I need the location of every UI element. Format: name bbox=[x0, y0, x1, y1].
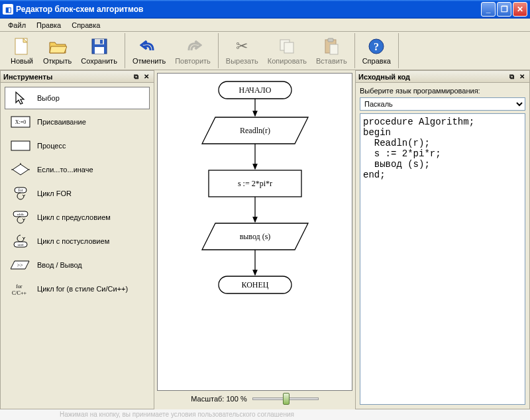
svg-text:C/C++: C/C++ bbox=[12, 290, 26, 296]
svg-rect-8 bbox=[328, 38, 333, 42]
open-button[interactable]: Открыть bbox=[38, 34, 76, 68]
canvas-panel: НАЧАЛО Readln(r) s := 2*pi*r вывод (s) К… bbox=[154, 70, 355, 409]
svg-text:X:=0: X:=0 bbox=[15, 119, 26, 125]
source-body: Выберите язык программирования: Паскаль … bbox=[356, 83, 529, 409]
for-loop-icon: for bbox=[11, 187, 30, 200]
cursor-icon bbox=[11, 91, 30, 105]
svg-text:for: for bbox=[19, 188, 23, 192]
source-panel-header: Исходный код ⧉ ✕ bbox=[356, 71, 529, 83]
undo-icon bbox=[140, 37, 158, 56]
help-icon: ? bbox=[367, 37, 386, 56]
svg-text:>>: >> bbox=[17, 262, 23, 268]
copy-button[interactable]: Копировать bbox=[263, 34, 311, 68]
tools-panel: Инструменты ⧉ ✕ Выбор X:=0 Присваивание … bbox=[0, 70, 154, 409]
minimize-button[interactable]: _ bbox=[481, 2, 496, 17]
close-button[interactable]: ✕ bbox=[513, 2, 527, 17]
c-for-icon: forC/C++ bbox=[11, 282, 30, 295]
svg-rect-4 bbox=[100, 40, 103, 44]
io-icon: >> bbox=[11, 258, 30, 272]
flowchart-canvas[interactable]: НАЧАЛО Readln(r) s := 2*pi*r вывод (s) К… bbox=[157, 73, 352, 391]
panel-float-icon[interactable]: ⧉ bbox=[131, 72, 140, 81]
tool-process[interactable]: Процесс bbox=[5, 134, 150, 157]
svg-text:НАЧАЛО: НАЧАЛО bbox=[238, 85, 271, 95]
svg-text:КОНЕЦ: КОНЕЦ bbox=[241, 280, 268, 289]
until-loop-icon: until bbox=[11, 235, 30, 248]
tools-panel-header: Инструменты ⧉ ✕ bbox=[1, 71, 154, 83]
cut-button[interactable]: ✂ Вырезать bbox=[221, 34, 263, 68]
tool-io[interactable]: >> Ввод / Вывод bbox=[5, 254, 150, 276]
tool-if-else[interactable]: Если...то...иначе bbox=[5, 158, 150, 181]
svg-text:until: until bbox=[17, 243, 24, 246]
zoom-bar: Масштаб: 100 % bbox=[157, 391, 352, 407]
svg-text:?: ? bbox=[374, 41, 379, 52]
assignment-icon: X:=0 bbox=[11, 115, 30, 129]
tool-c-for-loop[interactable]: forC/C++ Цикл for (в стиле Си/Си++) bbox=[5, 278, 150, 300]
svg-text:while: while bbox=[17, 213, 25, 216]
while-loop-icon: while bbox=[11, 211, 30, 224]
zoom-slider[interactable] bbox=[252, 397, 319, 400]
panel-float-icon[interactable]: ⧉ bbox=[507, 72, 516, 81]
source-panel: Исходный код ⧉ ✕ Выберите язык программи… bbox=[355, 70, 530, 409]
new-button[interactable]: Новый bbox=[5, 34, 38, 68]
tool-while-loop[interactable]: while Цикл с предусловием bbox=[5, 206, 150, 229]
paste-button[interactable]: Вставить bbox=[311, 34, 352, 68]
window-buttons: _ ❐ ✕ bbox=[481, 2, 527, 17]
menubar: Файл Правка Справка bbox=[0, 19, 530, 32]
process-icon bbox=[11, 139, 30, 152]
svg-text:Readln(r): Readln(r) bbox=[240, 126, 270, 135]
svg-rect-6 bbox=[284, 42, 293, 53]
copy-icon bbox=[278, 37, 296, 56]
svg-rect-14 bbox=[11, 141, 30, 150]
tools-list: Выбор X:=0 Присваивание Процесс Если...т… bbox=[1, 83, 154, 409]
tool-for-loop[interactable]: for Цикл FOR bbox=[5, 182, 150, 205]
open-folder-icon bbox=[48, 37, 67, 56]
panel-close-icon[interactable]: ✕ bbox=[517, 72, 527, 81]
undo-button[interactable]: Отменить bbox=[128, 34, 170, 68]
window-title: Редактор блок-схем алгоритмов bbox=[16, 5, 481, 14]
decision-icon bbox=[11, 163, 30, 176]
redo-button[interactable]: Повторить bbox=[170, 34, 215, 68]
zoom-label: Масштаб: 100 % bbox=[191, 395, 246, 403]
language-select[interactable]: Паскаль bbox=[360, 97, 525, 111]
redo-icon bbox=[184, 37, 202, 56]
svg-text:for: for bbox=[16, 284, 23, 289]
paste-icon bbox=[322, 37, 341, 56]
zoom-slider-thumb[interactable] bbox=[283, 393, 290, 405]
titlebar: ◧ Редактор блок-схем алгоритмов _ ❐ ✕ bbox=[0, 0, 530, 19]
menu-edit[interactable]: Правка bbox=[31, 20, 66, 30]
new-file-icon bbox=[13, 37, 31, 56]
svg-text:s := 2*pi*r: s := 2*pi*r bbox=[237, 179, 272, 188]
save-button[interactable]: Сохранить bbox=[76, 34, 122, 68]
save-floppy-icon bbox=[90, 37, 109, 56]
svg-text:вывод (s): вывод (s) bbox=[239, 232, 270, 241]
tools-panel-title: Инструменты bbox=[3, 73, 130, 81]
tool-select[interactable]: Выбор bbox=[5, 87, 150, 109]
app-icon: ◧ bbox=[3, 4, 13, 15]
svg-rect-3 bbox=[95, 47, 104, 54]
tool-until-loop[interactable]: until Цикл с постусловием bbox=[5, 230, 150, 252]
svg-rect-9 bbox=[330, 44, 338, 54]
panel-close-icon[interactable]: ✕ bbox=[142, 72, 151, 81]
main-area: Инструменты ⧉ ✕ Выбор X:=0 Присваивание … bbox=[0, 70, 530, 409]
toolbar: Новый Открыть Сохранить Отменить Повтори… bbox=[0, 32, 530, 70]
lang-prompt-label: Выберите язык программирования: bbox=[360, 87, 525, 95]
footer-text: Нажимая на кнопку, вы принимаете условия… bbox=[0, 409, 530, 420]
source-panel-title: Исходный код bbox=[358, 73, 505, 81]
scissors-icon: ✂ bbox=[233, 37, 251, 56]
menu-file[interactable]: Файл bbox=[3, 20, 31, 30]
maximize-button[interactable]: ❐ bbox=[497, 2, 511, 17]
menu-help[interactable]: Справка bbox=[66, 20, 105, 30]
help-button[interactable]: ? Справка bbox=[358, 34, 396, 68]
tool-assignment[interactable]: X:=0 Присваивание bbox=[5, 111, 150, 133]
source-code-area[interactable]: procedure Algorithm; begin Readln(r); s … bbox=[360, 113, 525, 405]
